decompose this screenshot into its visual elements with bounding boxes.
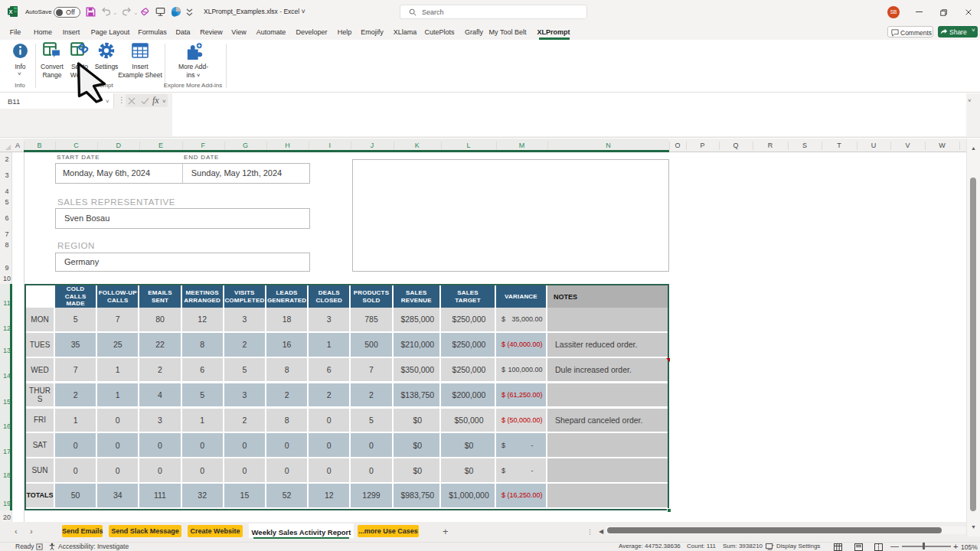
svg-text:X: X <box>8 8 12 15</box>
